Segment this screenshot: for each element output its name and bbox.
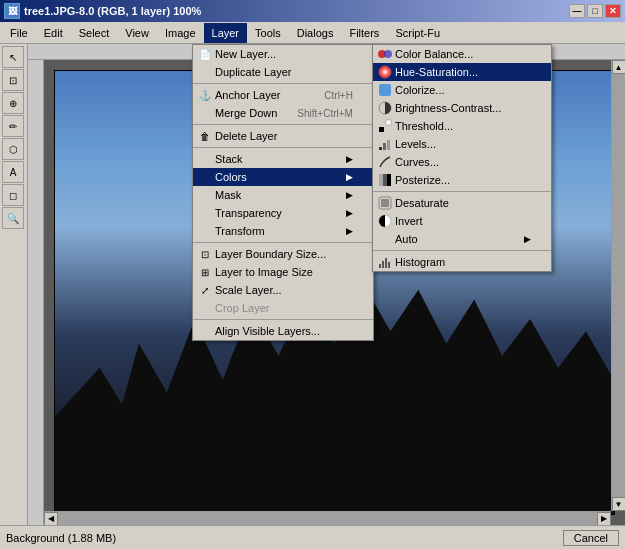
submenu-item-levels[interactable]: Levels... (373, 135, 551, 153)
tool-magnify[interactable]: 🔍 (2, 207, 24, 229)
menu-filters[interactable]: Filters (341, 23, 387, 43)
menu-item-delete-layer[interactable]: 🗑 Delete Layer (193, 127, 373, 145)
tool-text[interactable]: A (2, 161, 24, 183)
scroll-down-button[interactable]: ▼ (612, 497, 626, 511)
colorize-icon (377, 82, 393, 98)
separator-4 (193, 242, 373, 243)
svg-point-2 (379, 66, 391, 78)
levels-icon (377, 136, 393, 152)
tool-pencil[interactable]: ✏ (2, 115, 24, 137)
submenu-item-invert[interactable]: Invert (373, 212, 551, 230)
menu-image[interactable]: Image (157, 23, 204, 43)
submenu-item-auto[interactable]: Auto ▶ (373, 230, 551, 248)
tool-bucket[interactable]: ⬡ (2, 138, 24, 160)
svg-rect-14 (381, 199, 389, 207)
menu-item-anchor-layer[interactable]: ⚓ Anchor Layer Ctrl+H (193, 86, 373, 104)
menu-file[interactable]: File (2, 23, 36, 43)
histogram-icon (377, 254, 393, 270)
scroll-track-vertical[interactable] (612, 74, 626, 497)
menu-select[interactable]: Select (71, 23, 118, 43)
submenu-item-threshold[interactable]: Threshold... (373, 117, 551, 135)
svg-rect-6 (386, 120, 391, 125)
svg-point-1 (384, 50, 392, 58)
menu-item-mask[interactable]: Mask ▶ (193, 186, 373, 204)
tool-select[interactable]: ◻ (2, 184, 24, 206)
tool-zoom[interactable]: ⊕ (2, 92, 24, 114)
menu-view[interactable]: View (117, 23, 157, 43)
submenu-item-colorize[interactable]: Colorize... (373, 81, 551, 99)
svg-rect-17 (382, 261, 384, 268)
threshold-icon (377, 118, 393, 134)
menu-item-new-layer[interactable]: 📄 New Layer... (193, 45, 373, 63)
menu-layer[interactable]: Layer (204, 23, 248, 43)
status-bar: Background (1.88 MB) Cancel (0, 525, 625, 549)
delete-icon: 🗑 (197, 128, 213, 144)
menu-item-scale-layer[interactable]: ⤢ Scale Layer... (193, 281, 373, 299)
new-layer-icon: 📄 (197, 46, 213, 62)
menu-bar: File Edit Select View Image Layer Tools … (0, 22, 625, 44)
stack-submenu-arrow: ▶ (346, 154, 353, 164)
boundary-icon: ⊡ (197, 246, 213, 262)
tool-crop[interactable]: ⊡ (2, 69, 24, 91)
submenu-item-curves[interactable]: Curves... (373, 153, 551, 171)
menu-item-align-visible-layers[interactable]: Align Visible Layers... (193, 322, 373, 340)
title-controls[interactable]: — □ ✕ (569, 4, 621, 18)
svg-rect-11 (383, 174, 387, 186)
separator-5 (193, 319, 373, 320)
colors-separator-2 (373, 250, 551, 251)
svg-rect-5 (379, 127, 384, 132)
svg-rect-16 (379, 264, 381, 268)
window-title: tree1.JPG-8.0 (RGB, 1 layer) 100% (24, 5, 201, 17)
svg-rect-8 (383, 143, 386, 150)
menu-item-transparency[interactable]: Transparency ▶ (193, 204, 373, 222)
menu-edit[interactable]: Edit (36, 23, 71, 43)
menu-item-crop-layer: Crop Layer (193, 299, 373, 317)
submenu-item-histogram[interactable]: Histogram (373, 253, 551, 271)
posterize-icon (377, 172, 393, 188)
svg-rect-19 (388, 262, 390, 268)
submenu-item-brightness-contrast[interactable]: Brightness-Contrast... (373, 99, 551, 117)
menu-item-stack[interactable]: Stack ▶ (193, 150, 373, 168)
minimize-button[interactable]: — (569, 4, 585, 18)
ruler-left (28, 60, 44, 525)
scroll-up-button[interactable]: ▲ (612, 60, 626, 74)
submenu-item-color-balance[interactable]: Color Balance... (373, 45, 551, 63)
menu-dialogs[interactable]: Dialogs (289, 23, 342, 43)
menu-item-merge-down[interactable]: Merge Down Shift+Ctrl+M (193, 104, 373, 122)
separator-3 (193, 147, 373, 148)
brightness-contrast-icon (377, 100, 393, 116)
menu-item-duplicate-layer[interactable]: Duplicate Layer (193, 63, 373, 81)
svg-rect-3 (379, 84, 391, 96)
scroll-right-button[interactable]: ▶ (597, 512, 611, 526)
bottom-scrollbar: ◀ ▶ (44, 511, 611, 525)
colors-separator-1 (373, 191, 551, 192)
curves-icon (377, 154, 393, 170)
menu-tools[interactable]: Tools (247, 23, 289, 43)
right-scrollbar: ▲ ▼ (611, 60, 625, 511)
svg-rect-10 (379, 174, 383, 186)
close-button[interactable]: ✕ (605, 4, 621, 18)
title-bar-left: 🖼 tree1.JPG-8.0 (RGB, 1 layer) 100% (4, 3, 201, 19)
submenu-item-posterize[interactable]: Posterize... (373, 171, 551, 189)
color-balance-icon (377, 46, 393, 62)
cancel-button[interactable]: Cancel (563, 530, 619, 546)
menu-item-layer-boundary-size[interactable]: ⊡ Layer Boundary Size... (193, 245, 373, 263)
submenu-item-hue-saturation[interactable]: Hue-Saturation... (373, 63, 551, 81)
maximize-button[interactable]: □ (587, 4, 603, 18)
menu-item-layer-to-image-size[interactable]: ⊞ Layer to Image Size (193, 263, 373, 281)
app-icon: 🖼 (4, 3, 20, 19)
svg-rect-18 (385, 258, 387, 268)
title-bar: 🖼 tree1.JPG-8.0 (RGB, 1 layer) 100% — □ … (0, 0, 625, 22)
submenu-item-desaturate[interactable]: Desaturate (373, 194, 551, 212)
mask-submenu-arrow: ▶ (346, 190, 353, 200)
tool-arrow[interactable]: ↖ (2, 46, 24, 68)
layer-image-icon: ⊞ (197, 264, 213, 280)
menu-item-colors[interactable]: Colors ▶ (193, 168, 373, 186)
menu-item-transform[interactable]: Transform ▶ (193, 222, 373, 240)
svg-rect-7 (379, 147, 382, 150)
anchor-icon: ⚓ (197, 87, 213, 103)
scroll-track-horizontal[interactable] (58, 512, 597, 526)
menu-script-fu[interactable]: Script-Fu (387, 23, 448, 43)
scroll-left-button[interactable]: ◀ (44, 512, 58, 526)
colors-submenu-arrow: ▶ (346, 172, 353, 182)
